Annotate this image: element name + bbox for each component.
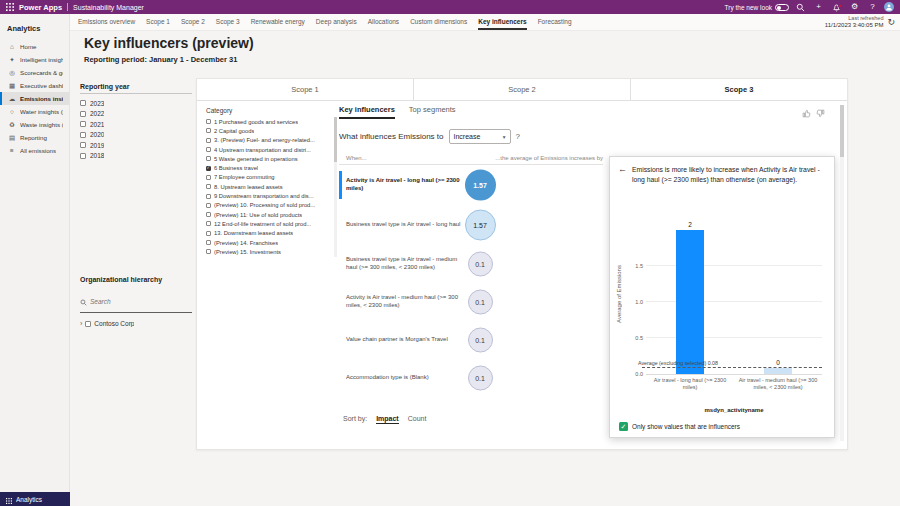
settings-gear-icon[interactable]: ⚙ [848,0,861,14]
category-option[interactable]: (Preview) 11: Use of sold products [206,210,334,219]
influencer-row[interactable]: Value chain partner is Morgan's Travel0.… [339,321,603,359]
sidebar-item-intelligent-insights-p[interactable]: ✦Intelligent insights (p... [0,53,69,66]
influencer-bubble[interactable]: 0.1 [468,290,493,315]
influencer-row[interactable]: Business travel type is Air travel - lon… [339,205,603,245]
checkbox-icon[interactable] [206,138,211,143]
area-switcher[interactable]: Analytics [0,492,70,506]
influencer-bubble[interactable]: 0.1 [468,366,493,391]
tree-expand-icon[interactable]: › [80,320,82,327]
checkbox-icon[interactable] [80,121,86,127]
checkbox-icon[interactable] [206,240,211,245]
avatar[interactable] [884,2,894,12]
thumb-up-icon[interactable] [802,109,811,118]
category-option[interactable]: 8. Upstream leased assets [206,182,334,191]
try-new-look[interactable]: Try the new look [725,4,789,11]
chart-bar[interactable] [764,368,792,374]
report-tab-emissions-overview[interactable]: Emissions overview [78,14,135,30]
card-scrollbar[interactable] [840,105,844,441]
checkbox-icon[interactable] [80,100,86,106]
category-option[interactable]: 9 Downstream transportation and dis... [206,191,334,200]
add-icon[interactable]: + [812,0,825,14]
sidebar-item-water-insights-previ[interactable]: ○Water insights (previ... [0,105,69,118]
reporting-year-option-2021[interactable]: 2021 [80,119,192,130]
checkbox-icon[interactable] [206,184,211,189]
org-tree-item[interactable]: › Contoso Corp [80,320,192,327]
search-input[interactable] [90,298,180,305]
sidebar-item-waste-insights-previ[interactable]: ♻Waste insights (previ... [0,118,69,131]
thumb-down-icon[interactable] [816,109,825,118]
checkbox-icon[interactable] [206,166,211,171]
refresh-icon[interactable]: ↻ [887,17,895,27]
report-tab-deep-analysis[interactable]: Deep analysis [316,14,357,30]
checkbox-icon[interactable] [206,203,211,208]
question-help-icon[interactable]: ? [516,132,520,141]
reporting-year-option-2018[interactable]: 2018 [80,151,192,162]
category-option[interactable]: 5 Waste generated in operations [206,154,334,163]
checkbox-icon[interactable] [80,111,86,117]
influencer-row[interactable]: Business travel type is Air travel - med… [339,245,603,283]
checkbox-icon[interactable] [80,132,86,138]
waffle-menu-icon[interactable] [6,3,14,11]
reporting-year-option-2020[interactable]: 2020 [80,130,192,141]
bell-icon[interactable] [830,3,843,12]
checkbox-icon[interactable] [206,147,211,152]
influencer-bubble[interactable]: 1.57 [465,210,496,241]
sidebar-item-home[interactable]: ⌂Home [0,40,69,53]
category-option[interactable]: 6 Business travel [206,163,334,172]
report-tab-scope-1[interactable]: Scope 1 [146,14,170,30]
report-tab-custom-dimensions[interactable]: Custom dimensions [410,14,467,30]
influencer-row[interactable]: Accommodation type is (Blank)0.1 [339,359,603,397]
checkbox-icon[interactable] [206,156,211,161]
checkbox-icon[interactable] [206,175,211,180]
influencer-bubble[interactable]: 1.57 [465,170,496,201]
scope-tab-scope-3[interactable]: Scope 3 [631,79,847,100]
report-tab-forecasting[interactable]: Forecasting [538,14,572,30]
new-look-toggle[interactable] [775,4,789,11]
sort-impact[interactable]: Impact [376,415,399,424]
category-option[interactable]: 1 Purchased goods and services [206,117,334,126]
checkbox-icon[interactable] [80,153,86,159]
checkbox-icon[interactable] [206,194,211,199]
scope-tab-scope-1[interactable]: Scope 1 [197,79,414,100]
app-name[interactable]: Power Apps [19,3,62,12]
reporting-year-option-2019[interactable]: 2019 [80,140,192,151]
category-scrollbar[interactable] [334,117,337,257]
help-icon[interactable]: ? [866,0,879,14]
scope-tab-scope-2[interactable]: Scope 2 [414,79,631,100]
checkbox-icon[interactable] [80,142,86,148]
checkbox-icon[interactable] [206,231,211,236]
chart-bar[interactable] [676,230,704,374]
checkbox-icon[interactable] [206,249,211,254]
tab-key-influencers[interactable]: Key influencers [339,105,395,119]
category-option[interactable]: 3. (Preview) Fuel- and energy-related... [206,136,334,145]
report-tab-renewable-energy[interactable]: Renewable energy [251,14,305,30]
category-option[interactable]: 4 Upstream transportation and distri... [206,145,334,154]
checkbox-checked-icon[interactable]: ✓ [619,422,628,431]
only-influencers-checkbox[interactable]: ✓ Only show values that are influencers [619,422,740,431]
search-icon[interactable] [794,3,807,12]
sidebar-item-reporting[interactable]: ▤Reporting [0,131,69,144]
metric-dropdown[interactable]: Increase ▾ [449,129,511,144]
sidebar-item-emissions-insights[interactable]: ☁Emissions insights [0,92,69,105]
tab-top-segments[interactable]: Top segments [409,105,456,119]
report-tab-key-influencers[interactable]: Key influencers [478,14,526,30]
report-tab-scope-2[interactable]: Scope 2 [181,14,205,30]
sidebar-item-all-emissions[interactable]: ≡All emissions [0,144,69,157]
influencer-bubble[interactable]: 0.1 [468,252,493,277]
report-tab-allocations[interactable]: Allocations [368,14,399,30]
checkbox-icon[interactable] [206,212,211,217]
reporting-year-option-2023[interactable]: 2023 [80,98,192,109]
category-option[interactable]: 7 Employee commuting [206,173,334,182]
sort-count[interactable]: Count [408,415,427,424]
reporting-year-option-2022[interactable]: 2022 [80,109,192,120]
category-option[interactable]: 13. Downstream leased assets [206,229,334,238]
checkbox-icon[interactable] [206,221,211,226]
sidebar-item-executive-dashboard[interactable]: ▦Executive dashboard [0,79,69,92]
back-arrow-icon[interactable]: ← [618,165,627,184]
influencer-bubble[interactable]: 0.1 [468,328,493,353]
category-option[interactable]: (Preview) 10. Processing of sold prod... [206,201,334,210]
report-tab-scope-3[interactable]: Scope 3 [216,14,240,30]
checkbox-icon[interactable] [85,321,91,327]
checkbox-icon[interactable] [206,128,211,133]
category-option[interactable]: (Preview) 15. Investments [206,247,334,256]
